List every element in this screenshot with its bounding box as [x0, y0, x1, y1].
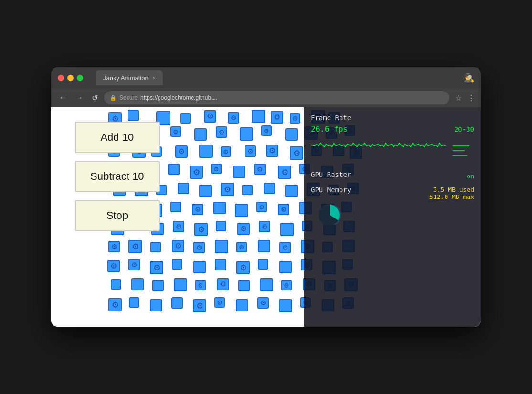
nav-bar: ← → ↺ 🔒 Secure https://googlechrome.gith…	[51, 88, 481, 107]
gpu-memory-label: GPU Memory	[311, 186, 351, 194]
blue-square: ⚙	[236, 242, 247, 252]
blue-square	[131, 278, 144, 290]
blue-square	[285, 128, 298, 141]
blue-square	[172, 259, 182, 270]
gpu-mem-used: 3.5 MB used	[429, 186, 474, 193]
browser-window: Janky Animation × 🕵 ← → ↺ 🔒 Secure https…	[51, 67, 481, 327]
blue-square	[168, 164, 180, 175]
blue-square: ⚙	[228, 112, 239, 124]
blue-square	[285, 185, 298, 197]
blue-square: ⚙	[173, 221, 184, 232]
lock-icon: 🔒	[110, 95, 117, 101]
blue-square: ⚙	[279, 242, 291, 253]
blue-square	[174, 278, 187, 291]
memory-chart	[311, 198, 349, 225]
gpu-raster-section: GPU Raster on	[311, 171, 474, 181]
url-text: https://googlechrome.github....	[140, 94, 217, 101]
blue-square	[111, 279, 121, 290]
blue-square: ⚙	[278, 204, 289, 215]
stop-button[interactable]: Stop	[75, 200, 160, 231]
active-tab[interactable]: Janky Animation ×	[96, 70, 163, 85]
tab-title: Janky Animation	[103, 74, 149, 82]
maximize-button[interactable]	[77, 75, 83, 81]
blue-square	[193, 261, 206, 273]
button-container: Add 10 Subtract 10 Stop	[75, 122, 160, 231]
blue-square: ⚙	[193, 299, 206, 312]
blue-square: ⚙	[108, 241, 120, 252]
blue-square: ⚙	[108, 298, 122, 311]
blue-square: ⚙	[290, 113, 300, 124]
page-content: ⚙⚙⚙⚙⚙⚙⚙⚙⚙⚙⚙⚙⚙⚙⚙⚙⚙⚙⚙⚙⚙⚙⚙⚙⚙⚙⚙⚙⚙⚙⚙⚙⚙⚙⚙⚙⚙⚙⚙⚙…	[51, 107, 481, 327]
blue-square	[128, 110, 139, 121]
blue-square: ⚙	[170, 126, 181, 137]
blue-square	[260, 278, 273, 291]
title-bar: Janky Animation × 🕵	[51, 67, 481, 88]
blue-square	[236, 299, 248, 311]
blue-square	[240, 127, 253, 141]
back-button[interactable]: ←	[57, 93, 69, 103]
blue-square	[233, 166, 245, 178]
gpu-memory-section: GPU Memory 3.5 MB used 51	[311, 186, 474, 226]
blue-square	[170, 202, 181, 212]
gpu-raster-label: GPU Raster	[311, 171, 351, 178]
blue-square	[238, 280, 250, 291]
blue-square: ⚙	[256, 202, 267, 212]
blue-square: ⚙	[204, 110, 216, 123]
subtract-ten-button[interactable]: Subtract 10	[75, 161, 160, 192]
blue-square: ⚙	[194, 223, 208, 236]
blue-square	[235, 204, 248, 217]
blue-square: ⚙	[236, 261, 250, 274]
address-bar[interactable]: 🔒 Secure https://googlechrome.github....	[104, 91, 449, 104]
tab-bar: Janky Animation ×	[96, 70, 459, 85]
incognito-icon: 🕵	[464, 73, 474, 83]
blue-square	[178, 183, 189, 194]
forward-button[interactable]: →	[73, 93, 85, 103]
traffic-lights	[58, 75, 83, 81]
reload-button[interactable]: ↺	[89, 93, 100, 104]
blue-square: ⚙	[221, 146, 231, 157]
blue-square	[150, 242, 161, 252]
blue-square: ⚙	[190, 166, 203, 179]
blue-square: ⚙	[237, 223, 250, 235]
blue-square: ⚙	[290, 146, 303, 160]
blue-square	[199, 185, 212, 197]
frame-rate-label: Frame Rate	[311, 114, 474, 122]
menu-icon[interactable]: ⋮	[468, 93, 475, 103]
frame-rate-section: Frame Rate 26.6 fps 20-30	[311, 114, 474, 164]
blue-square	[180, 113, 191, 124]
blue-square: ⚙	[278, 166, 291, 179]
blue-square	[215, 240, 228, 253]
blue-square: ⚙	[128, 259, 140, 270]
blue-square: ⚙	[271, 111, 283, 124]
blue-square	[264, 183, 275, 194]
blue-square: ⚙	[221, 183, 234, 196]
blue-square	[152, 280, 164, 291]
tab-close-button[interactable]: ×	[152, 75, 155, 81]
blue-square: ⚙	[172, 240, 184, 252]
blue-square: ⚙	[195, 280, 206, 290]
performance-overlay: Frame Rate 26.6 fps 20-30	[304, 107, 481, 327]
blue-square	[213, 202, 226, 214]
blue-square: ⚙	[217, 278, 229, 290]
blue-square: ⚙	[245, 145, 256, 157]
fps-range: 20-30	[454, 125, 474, 133]
blue-square: ⚙	[193, 242, 205, 253]
blue-square	[216, 221, 226, 231]
blue-square	[252, 110, 265, 123]
blue-square	[199, 145, 213, 158]
add-ten-button[interactable]: Add 10	[75, 122, 160, 153]
blue-square	[242, 185, 253, 195]
blue-square: ⚙	[266, 145, 278, 157]
minimize-button[interactable]	[67, 75, 74, 81]
blue-square: ⚙	[257, 297, 269, 309]
blue-square	[129, 297, 139, 308]
blue-square	[150, 299, 162, 311]
blue-square	[280, 223, 294, 236]
close-button[interactable]	[58, 75, 64, 81]
gpu-memory-values: 3.5 MB used 512.0 MB max	[429, 186, 474, 200]
blue-square: ⚙	[175, 145, 188, 158]
blue-square	[279, 261, 292, 273]
fps-value: 26.6 fps	[311, 124, 348, 134]
bookmark-icon[interactable]: ☆	[455, 93, 462, 103]
blue-square: ⚙	[281, 280, 292, 290]
